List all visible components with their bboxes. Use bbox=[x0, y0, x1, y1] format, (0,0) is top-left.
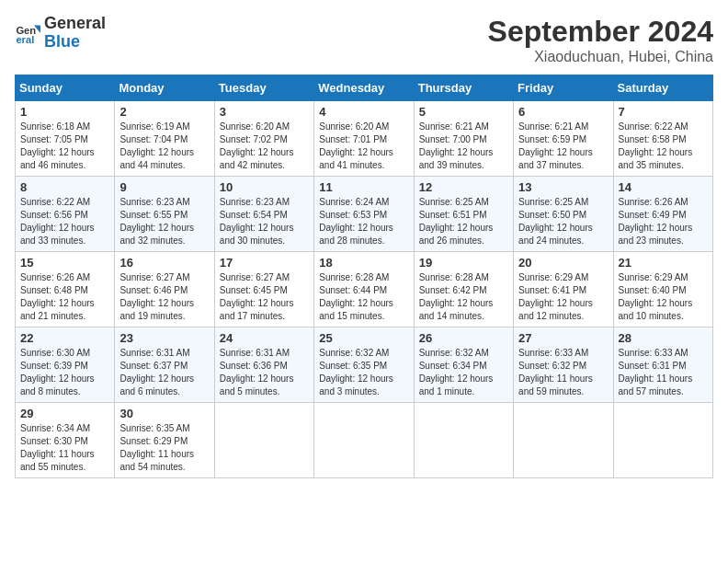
weekday-header: Thursday bbox=[414, 75, 513, 101]
calendar-cell: 7Sunrise: 6:22 AM Sunset: 6:58 PM Daylig… bbox=[613, 101, 712, 177]
page-header: Gen eral General Blue September 2024 Xia… bbox=[15, 15, 713, 65]
day-info: Sunrise: 6:35 AM Sunset: 6:29 PM Dayligh… bbox=[119, 422, 209, 474]
day-number: 8 bbox=[20, 180, 109, 194]
calendar-cell bbox=[514, 403, 613, 478]
day-info: Sunrise: 6:23 AM Sunset: 6:54 PM Dayligh… bbox=[220, 196, 309, 247]
day-number: 4 bbox=[319, 105, 408, 119]
calendar-cell: 8Sunrise: 6:22 AM Sunset: 6:56 PM Daylig… bbox=[16, 177, 115, 252]
day-number: 26 bbox=[419, 331, 508, 345]
day-info: Sunrise: 6:31 AM Sunset: 6:36 PM Dayligh… bbox=[220, 347, 309, 398]
day-number: 2 bbox=[119, 105, 209, 119]
day-number: 30 bbox=[119, 407, 209, 420]
calendar-cell: 23Sunrise: 6:31 AM Sunset: 6:37 PM Dayli… bbox=[115, 327, 214, 403]
day-info: Sunrise: 6:32 AM Sunset: 6:35 PM Dayligh… bbox=[319, 347, 408, 398]
calendar-table: SundayMondayTuesdayWednesdayThursdayFrid… bbox=[15, 75, 713, 478]
calendar-week-row: 22Sunrise: 6:30 AM Sunset: 6:39 PM Dayli… bbox=[16, 327, 713, 403]
calendar-cell: 22Sunrise: 6:30 AM Sunset: 6:39 PM Dayli… bbox=[16, 327, 115, 403]
calendar-cell: 16Sunrise: 6:27 AM Sunset: 6:46 PM Dayli… bbox=[115, 252, 214, 327]
weekday-header: Tuesday bbox=[214, 75, 313, 101]
calendar-cell: 3Sunrise: 6:20 AM Sunset: 7:02 PM Daylig… bbox=[214, 101, 313, 177]
day-number: 6 bbox=[518, 105, 608, 119]
calendar-cell: 12Sunrise: 6:25 AM Sunset: 6:51 PM Dayli… bbox=[414, 177, 513, 252]
calendar-cell: 9Sunrise: 6:23 AM Sunset: 6:55 PM Daylig… bbox=[115, 177, 214, 252]
day-info: Sunrise: 6:30 AM Sunset: 6:39 PM Dayligh… bbox=[20, 347, 109, 398]
day-number: 9 bbox=[119, 180, 209, 194]
calendar-cell: 2Sunrise: 6:19 AM Sunset: 7:04 PM Daylig… bbox=[115, 101, 214, 177]
day-number: 29 bbox=[20, 407, 109, 420]
location-title: Xiaoduchuan, Hubei, China bbox=[488, 49, 713, 65]
day-info: Sunrise: 6:27 AM Sunset: 6:45 PM Dayligh… bbox=[220, 271, 309, 323]
calendar-cell: 20Sunrise: 6:29 AM Sunset: 6:41 PM Dayli… bbox=[514, 252, 613, 327]
calendar-cell bbox=[414, 403, 513, 478]
day-info: Sunrise: 6:18 AM Sunset: 7:05 PM Dayligh… bbox=[20, 121, 109, 172]
day-info: Sunrise: 6:20 AM Sunset: 7:02 PM Dayligh… bbox=[220, 121, 309, 172]
calendar-cell: 25Sunrise: 6:32 AM Sunset: 6:35 PM Dayli… bbox=[314, 327, 414, 403]
day-info: Sunrise: 6:32 AM Sunset: 6:34 PM Dayligh… bbox=[419, 347, 508, 398]
day-number: 14 bbox=[619, 180, 708, 194]
day-info: Sunrise: 6:21 AM Sunset: 7:00 PM Dayligh… bbox=[419, 121, 508, 172]
calendar-cell: 10Sunrise: 6:23 AM Sunset: 6:54 PM Dayli… bbox=[214, 177, 313, 252]
calendar-cell bbox=[613, 403, 712, 478]
calendar-week-row: 29Sunrise: 6:34 AM Sunset: 6:30 PM Dayli… bbox=[16, 403, 713, 478]
day-info: Sunrise: 6:21 AM Sunset: 6:59 PM Dayligh… bbox=[518, 121, 608, 172]
day-info: Sunrise: 6:31 AM Sunset: 6:37 PM Dayligh… bbox=[119, 347, 209, 398]
day-number: 20 bbox=[518, 256, 608, 270]
calendar-cell: 1Sunrise: 6:18 AM Sunset: 7:05 PM Daylig… bbox=[16, 101, 115, 177]
day-number: 22 bbox=[20, 331, 109, 345]
day-number: 19 bbox=[419, 256, 508, 270]
day-info: Sunrise: 6:34 AM Sunset: 6:30 PM Dayligh… bbox=[20, 422, 109, 474]
day-number: 15 bbox=[20, 256, 109, 270]
calendar-cell: 29Sunrise: 6:34 AM Sunset: 6:30 PM Dayli… bbox=[16, 403, 115, 478]
day-info: Sunrise: 6:25 AM Sunset: 6:50 PM Dayligh… bbox=[518, 196, 608, 247]
calendar-cell: 19Sunrise: 6:28 AM Sunset: 6:42 PM Dayli… bbox=[414, 252, 513, 327]
calendar-cell: 27Sunrise: 6:33 AM Sunset: 6:32 PM Dayli… bbox=[514, 327, 613, 403]
calendar-cell: 17Sunrise: 6:27 AM Sunset: 6:45 PM Dayli… bbox=[214, 252, 313, 327]
calendar-cell: 30Sunrise: 6:35 AM Sunset: 6:29 PM Dayli… bbox=[115, 403, 214, 478]
calendar-cell: 6Sunrise: 6:21 AM Sunset: 6:59 PM Daylig… bbox=[514, 101, 613, 177]
logo-icon: Gen eral bbox=[15, 20, 40, 46]
calendar-cell: 14Sunrise: 6:26 AM Sunset: 6:49 PM Dayli… bbox=[613, 177, 712, 252]
day-info: Sunrise: 6:26 AM Sunset: 6:48 PM Dayligh… bbox=[20, 271, 109, 323]
day-info: Sunrise: 6:28 AM Sunset: 6:44 PM Dayligh… bbox=[319, 271, 408, 323]
day-number: 13 bbox=[518, 180, 608, 194]
day-info: Sunrise: 6:26 AM Sunset: 6:49 PM Dayligh… bbox=[619, 196, 708, 247]
calendar-cell: 18Sunrise: 6:28 AM Sunset: 6:44 PM Dayli… bbox=[314, 252, 414, 327]
logo: Gen eral General Blue bbox=[15, 15, 106, 52]
weekday-header: Friday bbox=[514, 75, 613, 101]
day-number: 1 bbox=[20, 105, 109, 119]
month-title: September 2024 bbox=[488, 15, 713, 49]
day-number: 11 bbox=[319, 180, 408, 194]
day-info: Sunrise: 6:33 AM Sunset: 6:31 PM Dayligh… bbox=[619, 347, 708, 398]
day-info: Sunrise: 6:29 AM Sunset: 6:41 PM Dayligh… bbox=[518, 271, 608, 323]
day-number: 21 bbox=[619, 256, 708, 270]
day-info: Sunrise: 6:33 AM Sunset: 6:32 PM Dayligh… bbox=[518, 347, 608, 398]
day-number: 5 bbox=[419, 105, 508, 119]
day-number: 17 bbox=[220, 256, 309, 270]
calendar-cell bbox=[314, 403, 414, 478]
day-number: 10 bbox=[220, 180, 309, 194]
calendar-cell: 11Sunrise: 6:24 AM Sunset: 6:53 PM Dayli… bbox=[314, 177, 414, 252]
calendar-week-row: 8Sunrise: 6:22 AM Sunset: 6:56 PM Daylig… bbox=[16, 177, 713, 252]
day-info: Sunrise: 6:29 AM Sunset: 6:40 PM Dayligh… bbox=[619, 271, 708, 323]
weekday-header: Wednesday bbox=[314, 75, 414, 101]
day-number: 3 bbox=[220, 105, 309, 119]
day-number: 12 bbox=[419, 180, 508, 194]
day-info: Sunrise: 6:24 AM Sunset: 6:53 PM Dayligh… bbox=[319, 196, 408, 247]
day-info: Sunrise: 6:25 AM Sunset: 6:51 PM Dayligh… bbox=[419, 196, 508, 247]
calendar-week-row: 15Sunrise: 6:26 AM Sunset: 6:48 PM Dayli… bbox=[16, 252, 713, 327]
calendar-cell: 24Sunrise: 6:31 AM Sunset: 6:36 PM Dayli… bbox=[214, 327, 313, 403]
day-info: Sunrise: 6:22 AM Sunset: 6:58 PM Dayligh… bbox=[619, 121, 708, 172]
day-info: Sunrise: 6:20 AM Sunset: 7:01 PM Dayligh… bbox=[319, 121, 408, 172]
day-number: 7 bbox=[619, 105, 708, 119]
day-number: 24 bbox=[220, 331, 309, 345]
day-number: 27 bbox=[518, 331, 608, 345]
day-number: 23 bbox=[119, 331, 209, 345]
day-number: 25 bbox=[319, 331, 408, 345]
day-number: 18 bbox=[319, 256, 408, 270]
calendar-week-row: 1Sunrise: 6:18 AM Sunset: 7:05 PM Daylig… bbox=[16, 101, 713, 177]
day-info: Sunrise: 6:28 AM Sunset: 6:42 PM Dayligh… bbox=[419, 271, 508, 323]
svg-text:eral: eral bbox=[16, 34, 34, 45]
calendar-cell: 5Sunrise: 6:21 AM Sunset: 7:00 PM Daylig… bbox=[414, 101, 513, 177]
day-number: 16 bbox=[119, 256, 209, 270]
calendar-cell: 28Sunrise: 6:33 AM Sunset: 6:31 PM Dayli… bbox=[613, 327, 712, 403]
